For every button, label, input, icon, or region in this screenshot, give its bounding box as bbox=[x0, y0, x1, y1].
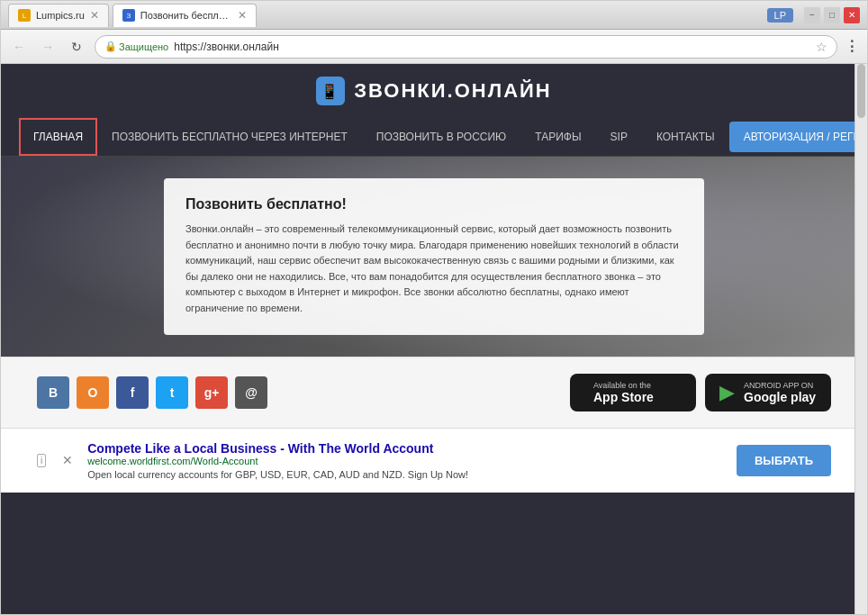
window-controls: − □ ✕ bbox=[804, 7, 860, 23]
tab-lumpics-label: Lumpics.ru bbox=[36, 10, 85, 21]
ad-title[interactable]: Compete Like a Local Business - With The… bbox=[87, 441, 722, 456]
google-play-top: ANDROID APP ON bbox=[744, 381, 816, 390]
nav-item-call-russia[interactable]: ПОЗВОНИТЬ В РОССИЮ bbox=[362, 118, 520, 156]
toolbar: ← → ↻ 🔒 Защищено https://звонки.онлайн ☆… bbox=[1, 30, 867, 64]
user-icon: LP bbox=[767, 8, 793, 23]
logo-text: ЗВОНКИ.ОНЛАЙН bbox=[354, 79, 552, 103]
app-store-bottom: App Store bbox=[593, 390, 654, 404]
secure-badge: 🔒 Защищено bbox=[104, 41, 168, 52]
social-gp-icon[interactable]: g+ bbox=[195, 376, 228, 409]
ad-section: i ✕ Compete Like a Local Business - With… bbox=[1, 428, 867, 493]
nav-item-tariffs[interactable]: ТАРИФЫ bbox=[520, 118, 595, 156]
app-store-top: Available on the bbox=[593, 381, 654, 390]
close-button[interactable]: ✕ bbox=[844, 7, 860, 23]
forward-button[interactable]: → bbox=[37, 36, 59, 58]
ad-description: Open local currency accounts for GBP, US… bbox=[87, 469, 722, 480]
tab-lumpics-close[interactable]: ✕ bbox=[90, 9, 99, 22]
social-vk-icon[interactable]: В bbox=[37, 376, 69, 409]
page-content: 📱 ЗВОНКИ.ОНЛАЙН ГЛАВНАЯ ПОЗВОНИТЬ БЕСПЛА… bbox=[1, 64, 867, 614]
nav-item-home[interactable]: ГЛАВНАЯ bbox=[19, 118, 97, 156]
secure-label: Защищено bbox=[119, 41, 168, 52]
tab-zvonki-close[interactable]: ✕ bbox=[238, 9, 247, 22]
social-ok-icon[interactable]: О bbox=[77, 376, 109, 409]
logo-icon: 📱 bbox=[316, 77, 345, 105]
ad-text-block: Compete Like a Local Business - With The… bbox=[87, 441, 722, 480]
ad-cta-button[interactable]: ВЫБРАТЬ bbox=[737, 445, 831, 476]
site-logo: 📱 ЗВОНКИ.ОНЛАЙН bbox=[316, 77, 552, 105]
nav-item-sip[interactable]: SIP bbox=[596, 118, 642, 156]
nav-item-contacts[interactable]: КОНТАКТЫ bbox=[642, 118, 729, 156]
menu-button[interactable]: ⋮ bbox=[845, 38, 860, 55]
website: 📱 ЗВОНКИ.ОНЛАЙН ГЛАВНАЯ ПОЗВОНИТЬ БЕСПЛА… bbox=[1, 64, 867, 614]
scrollbar[interactable] bbox=[854, 64, 867, 614]
bottom-section: В О f t g+ @ Available on the App Store bbox=[1, 357, 867, 428]
site-nav: ГЛАВНАЯ ПОЗВОНИТЬ БЕСПЛАТНО ЧЕРЕЗ ИНТЕРН… bbox=[1, 118, 867, 157]
minimize-button[interactable]: − bbox=[804, 7, 820, 23]
ad-close-button[interactable]: ✕ bbox=[62, 453, 73, 467]
ad-badge-icon: i bbox=[37, 454, 46, 467]
lock-icon: 🔒 bbox=[104, 41, 117, 52]
google-play-text: ANDROID APP ON Google play bbox=[744, 381, 816, 404]
social-mail-icon[interactable]: @ bbox=[235, 376, 267, 409]
address-text: https://звонки.онлайн bbox=[174, 41, 810, 53]
back-button[interactable]: ← bbox=[8, 36, 30, 58]
lumpics-favicon: L bbox=[18, 9, 31, 22]
tab-zvonki-label: Позвонить бесплатно д... bbox=[140, 10, 232, 21]
nav-item-auth[interactable]: АВТОРИЗАЦИЯ / РЕГИСТРАЦИЯ bbox=[729, 122, 867, 152]
address-bar[interactable]: 🔒 Защищено https://звонки.онлайн ☆ bbox=[95, 35, 837, 59]
app-badges: Available on the App Store ▶ ANDROID APP… bbox=[570, 374, 831, 412]
browser-frame: L Lumpics.ru ✕ З Позвонить бесплатно д..… bbox=[0, 0, 868, 615]
app-store-badge[interactable]: Available on the App Store bbox=[570, 374, 696, 412]
site-header: 📱 ЗВОНКИ.ОНЛАЙН bbox=[1, 64, 867, 118]
social-icons: В О f t g+ @ bbox=[37, 376, 267, 409]
hero-title: Позвонить бесплатно! bbox=[185, 196, 683, 213]
hero-card: Позвонить бесплатно! Звонки.онлайн – это… bbox=[164, 178, 704, 335]
bookmark-icon[interactable]: ☆ bbox=[816, 40, 827, 54]
google-play-badge[interactable]: ▶ ANDROID APP ON Google play bbox=[705, 374, 831, 412]
title-bar: L Lumpics.ru ✕ З Позвонить бесплатно д..… bbox=[1, 1, 867, 30]
google-play-icon: ▶ bbox=[719, 381, 735, 404]
reload-button[interactable]: ↻ bbox=[66, 36, 87, 58]
tab-zvonki[interactable]: З Позвонить бесплатно д... ✕ bbox=[113, 4, 257, 27]
nav-item-call-free[interactable]: ПОЗВОНИТЬ БЕСПЛАТНО ЧЕРЕЗ ИНТЕРНЕТ bbox=[97, 118, 362, 156]
scrollbar-thumb[interactable] bbox=[857, 64, 865, 118]
maximize-button[interactable]: □ bbox=[824, 7, 840, 23]
social-tw-icon[interactable]: t bbox=[156, 376, 188, 409]
app-store-text: Available on the App Store bbox=[593, 381, 654, 404]
zvonki-favicon: З bbox=[122, 9, 135, 22]
ad-url: welcome.worldfirst.com/World-Account bbox=[87, 456, 722, 466]
tab-lumpics[interactable]: L Lumpics.ru ✕ bbox=[8, 4, 109, 27]
hero-text: Звонки.онлайн – это современный телекомм… bbox=[185, 222, 683, 317]
hero-section: Позвонить бесплатно! Звонки.онлайн – это… bbox=[1, 157, 867, 357]
social-fb-icon[interactable]: f bbox=[116, 376, 149, 409]
google-play-bottom: Google play bbox=[744, 390, 816, 404]
